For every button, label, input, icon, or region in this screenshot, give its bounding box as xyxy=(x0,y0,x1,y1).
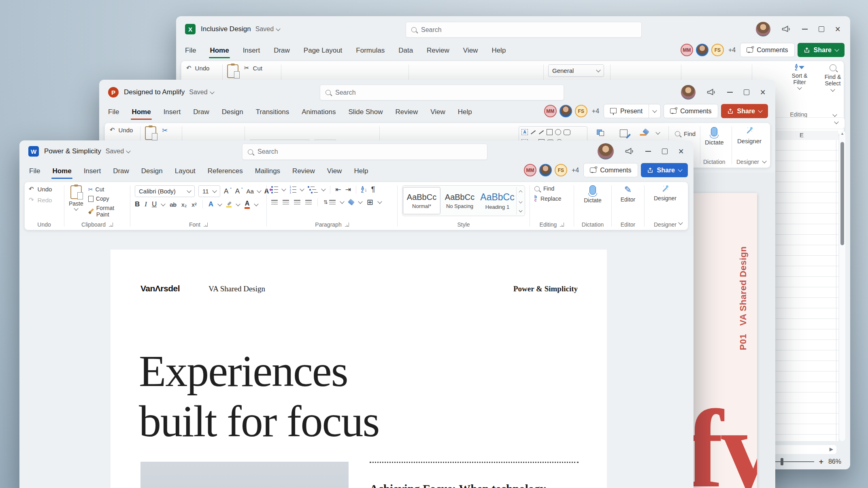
font-size-select[interactable]: 11 xyxy=(198,185,220,197)
collaborator-avatar-mm[interactable]: MM xyxy=(544,105,557,117)
style-no-spacing[interactable]: AaBbCc No Spacing xyxy=(441,187,478,214)
powerpoint-save-status[interactable]: Saved xyxy=(189,89,213,96)
line-shape-icon[interactable] xyxy=(531,130,536,134)
tab-references[interactable]: References xyxy=(207,165,244,177)
close-button[interactable]: × xyxy=(835,25,840,34)
expand-formula-bar-chevron[interactable] xyxy=(834,119,838,124)
tab-view[interactable]: View xyxy=(430,106,446,118)
cut-icon[interactable]: ✂ xyxy=(162,126,168,135)
minimize-button[interactable] xyxy=(802,29,808,30)
multilevel-list-icon[interactable] xyxy=(308,186,318,193)
justify-icon[interactable] xyxy=(305,200,312,205)
tab-mailings[interactable]: Mailings xyxy=(254,165,281,177)
arrange-icon[interactable] xyxy=(597,129,604,136)
align-left-icon[interactable] xyxy=(271,200,278,205)
tab-view[interactable]: View xyxy=(462,45,479,56)
borders-icon[interactable]: ⊞ xyxy=(367,197,373,207)
text-box-icon[interactable]: A xyxy=(521,129,528,135)
scroll-right-arrow[interactable]: ▶ xyxy=(830,446,833,452)
scrollbar-thumb[interactable] xyxy=(840,142,844,245)
line-spacing-icon[interactable]: ⇅ xyxy=(323,199,336,205)
word-save-status[interactable]: Saved xyxy=(106,148,130,155)
ellipse-shape-icon[interactable] xyxy=(555,129,561,135)
style-heading-1[interactable]: AaBbCc Heading 1 xyxy=(479,187,516,214)
dialog-launcher-icon[interactable] xyxy=(204,223,208,227)
style-gallery-up[interactable] xyxy=(519,190,522,194)
tab-file[interactable]: File xyxy=(28,165,41,177)
increase-indent-icon[interactable]: ⇥ xyxy=(345,185,351,194)
subscript-button[interactable]: x₂ xyxy=(181,201,187,208)
show-formatting-marks-icon[interactable]: ¶ xyxy=(371,185,375,194)
minimize-button[interactable] xyxy=(727,92,733,93)
tab-home[interactable]: Home xyxy=(209,45,230,56)
more-collaborators[interactable]: +4 xyxy=(728,47,736,54)
shading-icon[interactable] xyxy=(348,199,355,206)
arrow-shape-icon[interactable] xyxy=(539,130,544,134)
paste-icon[interactable] xyxy=(227,64,238,78)
close-button[interactable]: × xyxy=(679,147,684,156)
numbering-icon[interactable] xyxy=(289,186,296,193)
tab-help[interactable]: Help xyxy=(353,165,369,177)
more-collaborators[interactable]: +4 xyxy=(592,108,599,115)
scroll-up-arrow[interactable]: ▲ xyxy=(840,132,844,136)
cut-button[interactable]: ✂Cut xyxy=(88,186,126,193)
collapse-ribbon-chevron[interactable] xyxy=(762,159,766,163)
account-avatar[interactable] xyxy=(598,143,614,159)
style-normal[interactable]: AaBbCc Normal* xyxy=(403,187,440,214)
tab-layout[interactable]: Layout xyxy=(174,165,196,177)
collaborator-avatar-fs[interactable]: FS xyxy=(575,105,587,117)
decrease-indent-icon[interactable]: ⇤ xyxy=(335,185,341,194)
maximize-button[interactable] xyxy=(662,149,668,154)
paste-icon[interactable] xyxy=(145,126,156,140)
tab-draw[interactable]: Draw xyxy=(273,45,291,56)
shape-fill-icon[interactable] xyxy=(642,128,649,135)
tab-file[interactable]: File xyxy=(107,106,120,118)
tab-file[interactable]: File xyxy=(184,45,197,56)
collaborator-avatar-photo[interactable] xyxy=(560,105,572,117)
number-format-select[interactable]: General xyxy=(548,64,604,77)
tab-draw[interactable]: Draw xyxy=(192,106,210,118)
tab-insert[interactable]: Insert xyxy=(242,45,261,56)
tab-formulas[interactable]: Formulas xyxy=(355,45,385,56)
tab-transitions[interactable]: Transitions xyxy=(255,106,290,118)
tab-data[interactable]: Data xyxy=(398,45,414,56)
collaborator-avatar-photo[interactable] xyxy=(696,44,708,56)
bold-button[interactable]: B xyxy=(135,200,140,208)
excel-save-status[interactable]: Saved xyxy=(255,25,280,33)
tab-home[interactable]: Home xyxy=(131,106,151,118)
comments-button[interactable]: Comments xyxy=(583,163,638,177)
column-header-e[interactable]: E xyxy=(800,132,804,138)
tab-home[interactable]: Home xyxy=(51,165,72,177)
find-button[interactable]: Find xyxy=(534,185,554,192)
quick-styles-icon[interactable] xyxy=(620,129,628,137)
dictate-button[interactable]: Dictate xyxy=(584,185,602,220)
tab-design[interactable]: Design xyxy=(140,165,164,177)
collaborator-avatar-fs[interactable]: FS xyxy=(711,44,724,56)
collaborator-avatar-mm[interactable]: MM xyxy=(524,164,536,176)
dialog-launcher-icon[interactable] xyxy=(109,223,113,227)
grow-font-button[interactable]: Aˆ xyxy=(224,187,232,195)
present-button[interactable]: Present xyxy=(604,104,661,118)
powerpoint-search-input[interactable]: Search xyxy=(320,85,564,100)
megaphone-icon[interactable] xyxy=(781,25,791,33)
highlight-color-button[interactable] xyxy=(226,202,232,207)
editor-button[interactable]: ✎ Editor xyxy=(621,185,636,220)
share-button[interactable]: Share xyxy=(641,163,688,177)
collaborator-avatar-mm[interactable]: MM xyxy=(681,44,693,56)
comments-button[interactable]: Comments xyxy=(664,104,718,118)
undo-button[interactable]: ↶ Undo xyxy=(110,126,133,134)
zoom-slider-handle[interactable] xyxy=(781,458,783,465)
document-image-placeholder[interactable] xyxy=(140,462,349,488)
megaphone-icon[interactable] xyxy=(706,89,716,96)
tab-animations[interactable]: Animations xyxy=(301,106,336,118)
tab-slide-show[interactable]: Slide Show xyxy=(347,106,383,118)
undo-button[interactable]: ↶ Undo xyxy=(29,185,52,193)
tab-help[interactable]: Help xyxy=(457,106,473,118)
tab-review[interactable]: Review xyxy=(394,106,419,118)
copy-button[interactable]: Copy xyxy=(88,195,126,202)
dictate-button[interactable]: Dictate xyxy=(705,127,724,146)
strikethrough-button[interactable]: ab xyxy=(170,201,177,208)
collaborator-avatar-photo[interactable] xyxy=(539,164,552,176)
format-painter-button[interactable]: Format Paint xyxy=(88,205,126,218)
style-gallery-expand[interactable] xyxy=(519,208,522,212)
